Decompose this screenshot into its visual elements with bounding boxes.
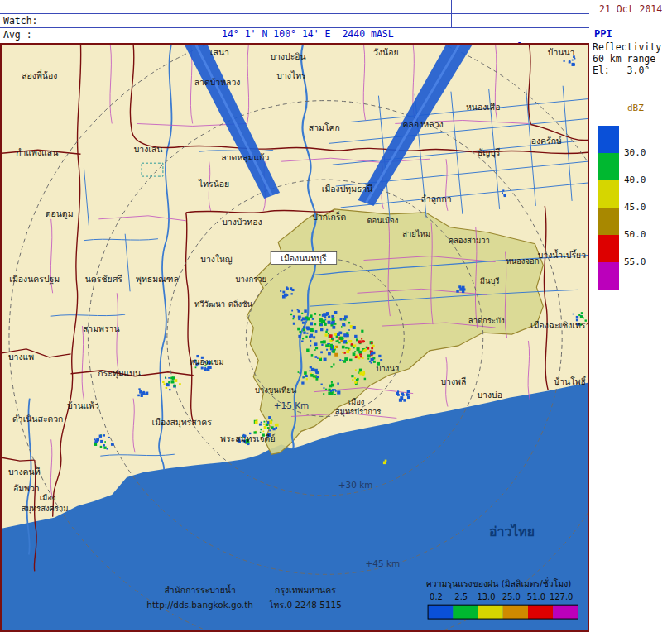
map-label: สมุทรปราการ xyxy=(335,407,382,417)
legend-color-segment xyxy=(453,605,478,619)
radar-echo xyxy=(399,399,402,402)
radar-echo xyxy=(103,444,105,447)
radar-echo xyxy=(353,326,356,329)
radar-echo xyxy=(348,329,350,331)
radar-echo xyxy=(103,447,106,449)
radar-echo xyxy=(340,318,343,320)
radar-echo xyxy=(272,428,275,430)
radar-echo xyxy=(348,347,350,349)
radar-map-canvas[interactable]: 0.22.513.025.051.0127.0ความรุนแรงของฝน (… xyxy=(2,45,588,630)
map-label: ลาดกระบัง xyxy=(468,316,505,325)
scale-segment xyxy=(598,126,619,153)
radar-echo xyxy=(267,427,269,429)
radar-echo xyxy=(371,362,372,364)
map-label: เมืองปทุมธานี xyxy=(322,184,373,194)
radar-echo xyxy=(315,330,318,333)
radar-echo xyxy=(346,350,349,353)
radar-echo xyxy=(306,378,308,380)
radar-echo xyxy=(353,344,356,347)
legend-value: 25.0 xyxy=(502,592,521,601)
scale-label: 50.0 xyxy=(624,229,646,240)
radar-echo xyxy=(319,314,320,315)
reflectivity-color-scale xyxy=(598,126,619,290)
radar-echo xyxy=(572,63,575,66)
radar-echo xyxy=(331,381,333,383)
radar-echo xyxy=(364,378,366,380)
radar-echo xyxy=(299,372,300,374)
radar-echo xyxy=(260,432,262,433)
map-label: บางนา xyxy=(377,364,400,373)
map-label: บางคนที xyxy=(8,467,41,476)
radar-echo xyxy=(139,390,142,394)
scale-label: 55.0 xyxy=(624,256,646,267)
map-label: ดอนเมือง xyxy=(367,216,398,225)
scale-segment xyxy=(598,235,619,262)
radar-echo xyxy=(94,440,97,443)
map-label: สองพี่น้อง xyxy=(22,69,57,80)
radar-echo xyxy=(317,357,319,359)
radar-echo xyxy=(269,429,271,431)
radar-echo xyxy=(357,378,358,380)
radar-echo xyxy=(574,58,576,60)
radar-echo xyxy=(309,336,311,338)
radar-echo xyxy=(358,340,362,343)
radar-echo xyxy=(304,376,305,378)
radar-echo xyxy=(355,369,357,371)
radar-echo xyxy=(103,434,105,436)
radar-echo xyxy=(325,331,327,333)
radar-echo xyxy=(340,339,343,342)
radar-echo xyxy=(371,342,372,343)
radar-application-window: Watch: 14° 1' N 100° 14' E 2440 mASL Az:… xyxy=(0,0,672,632)
radar-echo xyxy=(378,355,381,357)
map-label: สามโคก xyxy=(309,122,340,132)
radar-echo xyxy=(330,366,332,367)
radar-echo xyxy=(107,448,108,449)
map-label: http://dds.bangkok.go.th xyxy=(146,600,253,610)
radar-echo xyxy=(326,349,328,351)
map-label: พุทธมณฑล xyxy=(136,274,179,285)
scale-segment xyxy=(598,262,619,290)
map-label: ทวีวัฒนา xyxy=(194,299,225,309)
map-label: ดำเนินสะดวก xyxy=(12,414,63,424)
radar-echo xyxy=(328,352,331,356)
header-divider xyxy=(451,0,452,28)
scale-label: 45.0 xyxy=(624,202,646,213)
radar-echo xyxy=(299,331,301,333)
radar-echo xyxy=(320,341,323,343)
scale-unit-label: dBZ xyxy=(627,103,644,113)
radar-echo xyxy=(354,381,357,384)
radar-echo xyxy=(315,347,318,349)
radar-echo xyxy=(305,375,308,377)
radar-echo xyxy=(292,318,294,319)
radar-echo xyxy=(312,318,314,319)
radar-echo xyxy=(361,338,362,339)
radar-echo xyxy=(354,351,356,352)
radar-echo xyxy=(343,324,345,326)
radar-echo xyxy=(347,334,349,337)
radar-echo xyxy=(291,310,293,312)
radar-echo xyxy=(332,318,335,321)
radar-echo xyxy=(337,390,340,394)
radar-echo xyxy=(502,192,503,194)
radar-echo xyxy=(263,424,265,425)
radar-echo xyxy=(380,359,382,361)
radar-echo xyxy=(302,317,305,320)
radar-echo xyxy=(327,321,330,324)
scale-segment xyxy=(598,208,619,235)
radar-echo xyxy=(569,60,571,63)
radar-echo xyxy=(349,359,352,361)
radar-echo xyxy=(355,356,358,358)
radar-echo xyxy=(331,384,334,387)
radar-echo xyxy=(573,314,574,315)
radar-echo xyxy=(276,424,279,427)
legend-value: 0.2 xyxy=(430,592,443,601)
radar-echo xyxy=(321,344,323,346)
radar-echo xyxy=(298,371,300,373)
radar-echo xyxy=(351,343,353,345)
radar-echo xyxy=(310,345,311,347)
legend-title: ความรุนแรงของฝน (มิลลิเมตร/ชั่วโมง) xyxy=(426,577,572,589)
radar-echo xyxy=(316,371,319,374)
radar-echo xyxy=(100,446,102,448)
radar-echo xyxy=(168,381,170,384)
radar-echo xyxy=(314,313,316,315)
